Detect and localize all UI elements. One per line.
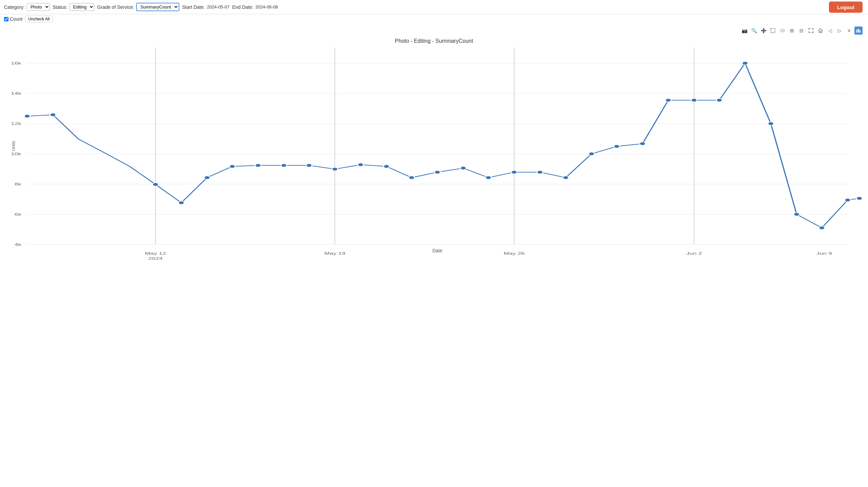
grade-label: Grade of Service: [97, 4, 134, 10]
plus-icon[interactable]: ➕ [759, 26, 767, 35]
svg-point-46 [511, 170, 517, 174]
second-row: Count Uncheck All [0, 14, 868, 24]
svg-point-60 [856, 197, 862, 200]
svg-point-55 [742, 61, 748, 65]
svg-point-43 [434, 170, 440, 174]
svg-text:2024: 2024 [148, 256, 163, 260]
svg-point-50 [614, 145, 619, 148]
svg-point-53 [691, 98, 697, 102]
svg-point-42 [409, 176, 414, 179]
y-axis-label: Units [11, 141, 16, 151]
add-shape-icon[interactable]: ⊞ [788, 26, 796, 35]
svg-text:6k: 6k [15, 212, 21, 216]
status-label: Status: [53, 4, 68, 10]
grade-filter: Grade of Service: SummaryCount [97, 3, 179, 11]
svg-point-59 [845, 198, 850, 202]
svg-point-48 [563, 176, 568, 179]
svg-point-37 [281, 164, 287, 167]
svg-text:8k: 8k [15, 182, 21, 186]
svg-text:16k: 16k [11, 61, 21, 65]
svg-rect-3 [856, 30, 857, 33]
start-date-filter: Start Date: 2024-05-07 [182, 4, 229, 10]
top-bar: Category: Photo Status: Editing Grade of… [0, 0, 868, 14]
svg-text:May 12: May 12 [145, 251, 166, 255]
selection-icon[interactable] [769, 26, 777, 35]
svg-rect-0 [771, 29, 775, 33]
uncheck-all-button[interactable]: Uncheck All [25, 16, 53, 22]
svg-point-44 [460, 166, 466, 170]
grade-select[interactable]: SummaryCount [136, 3, 179, 11]
minus-shape-icon[interactable]: ⊟ [797, 26, 806, 35]
chart-toolbar: 📷 🔍 ➕ ⊞ ⊟ ◁ ▷ ≡ [0, 24, 868, 35]
end-date-filter: End Date: 2024-06-08 [232, 4, 278, 10]
bar-chart-icon[interactable] [854, 26, 863, 35]
svg-point-52 [665, 98, 671, 102]
chart-area: Units 4k 6k 8k 10k 12k 14k 16k [27, 48, 848, 245]
category-filter: Category: Photo [4, 3, 50, 11]
expand-icon[interactable] [807, 26, 815, 35]
chart-svg: 4k 6k 8k 10k 12k 14k 16k May 12 2024 May… [27, 48, 848, 245]
svg-text:10k: 10k [11, 152, 21, 156]
svg-point-31 [50, 113, 56, 116]
svg-text:Jun 9: Jun 9 [816, 251, 832, 255]
lasso-icon[interactable] [778, 26, 786, 35]
svg-point-56 [768, 122, 774, 125]
start-date-value: 2024-05-07 [207, 4, 230, 10]
end-date-value: 2024-06-08 [255, 4, 278, 10]
svg-marker-2 [818, 29, 822, 33]
svg-point-32 [152, 183, 158, 186]
svg-text:12k: 12k [11, 122, 21, 126]
zoom-icon[interactable]: 🔍 [750, 26, 758, 35]
svg-point-41 [383, 165, 389, 168]
svg-point-57 [794, 213, 799, 216]
status-select[interactable]: Editing [69, 3, 94, 11]
home-icon[interactable] [816, 26, 825, 35]
chart-container: Units 4k 6k 8k 10k 12k 14k 16k [0, 44, 868, 281]
svg-rect-5 [860, 30, 861, 33]
count-checkbox[interactable] [4, 17, 8, 21]
svg-point-45 [486, 176, 491, 179]
svg-point-51 [639, 142, 645, 145]
start-date-label: Start Date: [182, 4, 205, 10]
lines-icon[interactable]: ≡ [845, 26, 853, 35]
svg-text:May 26: May 26 [504, 251, 525, 255]
svg-point-36 [255, 164, 261, 167]
svg-text:May 19: May 19 [324, 251, 345, 255]
svg-point-40 [358, 163, 363, 166]
arrow-left-icon[interactable]: ◁ [826, 26, 834, 35]
count-checkbox-group: Count [4, 16, 22, 22]
svg-point-39 [332, 167, 338, 171]
category-select[interactable]: Photo [27, 3, 50, 11]
svg-point-47 [537, 170, 543, 174]
svg-point-54 [716, 98, 722, 102]
svg-point-34 [204, 176, 210, 179]
svg-text:Jun 2: Jun 2 [686, 251, 702, 255]
count-label: Count [10, 16, 22, 22]
svg-point-58 [819, 226, 825, 230]
chart-title: Photo - Editing - SummaryCount [0, 38, 868, 44]
svg-point-1 [781, 29, 784, 32]
svg-point-38 [306, 164, 312, 167]
svg-point-33 [178, 201, 184, 204]
svg-rect-4 [858, 29, 859, 33]
arrow-right-icon[interactable]: ▷ [835, 26, 844, 35]
logout-button[interactable]: Logout [829, 1, 863, 13]
svg-text:4k: 4k [15, 242, 21, 247]
svg-point-35 [229, 165, 235, 168]
svg-point-30 [24, 114, 30, 118]
status-filter: Status: Editing [53, 3, 95, 11]
end-date-label: End Date: [232, 4, 253, 10]
camera-icon[interactable]: 📷 [740, 26, 748, 35]
svg-text:14k: 14k [11, 91, 21, 95]
svg-point-49 [589, 152, 594, 156]
category-label: Category: [4, 4, 25, 10]
